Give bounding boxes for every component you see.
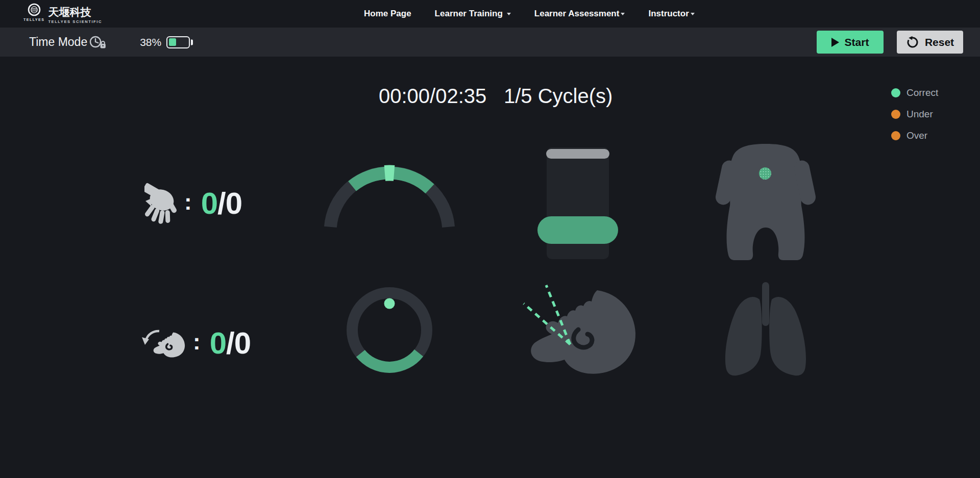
status-legend: Correct Under Over <box>891 87 938 141</box>
nav-home-page[interactable]: Home Page <box>364 9 411 19</box>
compression-score: : 0/0 <box>144 183 242 224</box>
volume-indicator-dot <box>384 298 395 309</box>
compression-rate-gauge <box>321 162 458 240</box>
cpr-training-app: TELLYES 天堰科技 TELLYES SCIENTIFIC Home Pag… <box>0 0 980 478</box>
torso-silhouette <box>714 144 817 260</box>
start-button-label: Start <box>845 36 869 48</box>
compression-depth-gauge <box>547 147 609 259</box>
battery-fill <box>169 38 176 46</box>
tellyes-logo-icon <box>24 3 44 17</box>
compression-total-count: 0 <box>226 188 242 219</box>
lungs-icon <box>717 282 815 379</box>
compression-correct-count: 0 <box>201 188 217 219</box>
battery-icon <box>166 36 190 48</box>
score-separator: / <box>226 328 234 359</box>
ventilation-volume-gauge <box>347 287 432 373</box>
reset-button-label: Reset <box>925 36 954 48</box>
nav-home-page-label: Home Page <box>364 9 411 19</box>
ventilation-score-value: 0/0 <box>210 328 251 359</box>
nav-learner-assessment-label: Learner Assessment <box>534 9 620 19</box>
session-timer: 00:00/02:35 <box>379 85 486 108</box>
under-status-dot <box>891 110 900 119</box>
battery-percentage: 38% <box>140 36 161 48</box>
brand-names: 天堰科技 TELLYES SCIENTIFIC <box>48 3 102 24</box>
brand-mark: TELLYES <box>23 3 44 21</box>
start-button[interactable]: Start <box>817 31 884 54</box>
compression-position-indicator <box>712 143 820 260</box>
head-silhouette <box>531 290 635 374</box>
chevron-down-icon <box>507 13 511 15</box>
chevron-down-icon <box>621 13 625 15</box>
nav-instructor-label: Instructor <box>648 9 689 19</box>
airway-angle-indicator <box>520 281 638 378</box>
brand-logo[interactable]: TELLYES 天堰科技 TELLYES SCIENTIFIC <box>23 3 102 24</box>
top-nav: TELLYES 天堰科技 TELLYES SCIENTIFIC Home Pag… <box>0 0 980 28</box>
nav-learner-assessment[interactable]: Learner Assessment <box>534 9 625 19</box>
nav-learner-training[interactable]: Learner Training <box>435 9 511 19</box>
training-stage: 00:00/02:35 1/5 Cycle(s) Correct Under O… <box>0 57 980 478</box>
cycle-counter: 1/5 Cycle(s) <box>504 85 612 108</box>
legend-label: Correct <box>906 87 938 98</box>
time-mode-label: Time Mode <box>29 35 87 49</box>
score-colon: : <box>193 329 201 355</box>
over-status-dot <box>891 131 900 140</box>
score-colon: : <box>184 189 192 215</box>
depth-target-zone <box>537 216 618 244</box>
brand-name-cn: 天堰科技 <box>48 6 102 18</box>
ventilation-correct-count: 0 <box>210 328 226 359</box>
reset-icon <box>906 36 919 49</box>
nav-learner-training-label: Learner Training <box>435 9 503 19</box>
legend-label: Over <box>906 130 927 141</box>
play-icon <box>831 38 839 47</box>
toolbar: Time Mode 38% Start Reset <box>0 28 980 57</box>
legend-row-over: Over <box>891 130 938 141</box>
depth-marker <box>546 149 609 159</box>
chest-target-dot <box>759 167 771 180</box>
brand-mark-label: TELLYES <box>23 18 44 21</box>
nav-instructor[interactable]: Instructor <box>648 9 694 19</box>
ventilation-total-count: 0 <box>234 328 251 359</box>
legend-row-correct: Correct <box>891 87 938 98</box>
ventilation-score: : 0/0 <box>141 325 251 361</box>
head-tilt-icon <box>141 325 186 361</box>
compression-hand-icon <box>144 183 177 224</box>
chevron-down-icon <box>691 13 695 15</box>
correct-status-dot <box>891 88 900 97</box>
clock-lock-icon <box>89 35 107 50</box>
reset-button[interactable]: Reset <box>897 31 963 54</box>
legend-row-under: Under <box>891 109 938 120</box>
score-separator: / <box>217 188 226 219</box>
legend-label: Under <box>906 109 933 120</box>
compression-score-value: 0/0 <box>201 188 242 219</box>
main-menu: Home Page Learner Training Learner Asses… <box>364 0 695 28</box>
brand-name-en: TELLYES SCIENTIFIC <box>48 19 102 24</box>
